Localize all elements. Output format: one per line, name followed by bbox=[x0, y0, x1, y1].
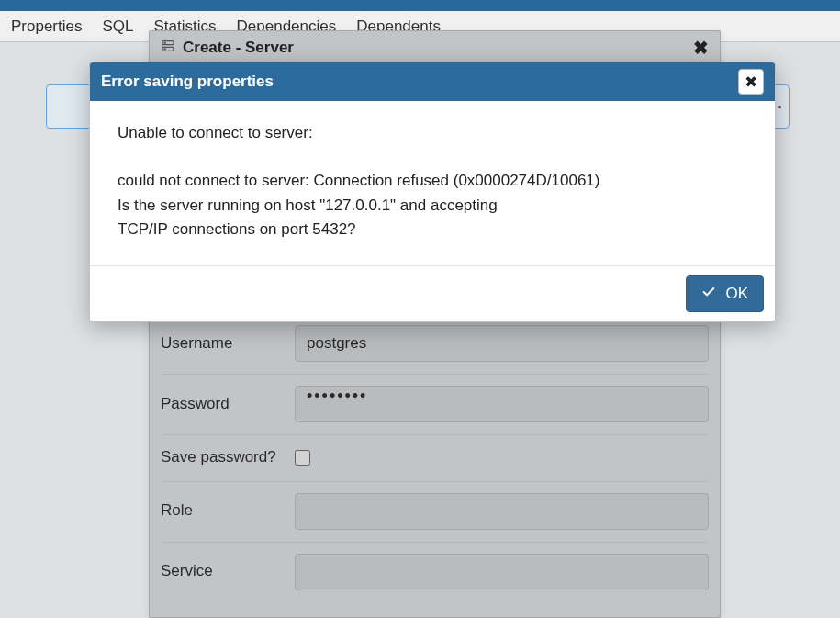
tab-sql[interactable]: SQL bbox=[102, 12, 133, 41]
error-lead: Unable to connect to server: bbox=[118, 121, 747, 145]
error-close-button[interactable]: ✖ bbox=[738, 69, 764, 95]
label-service: Service bbox=[161, 560, 284, 583]
row-password: Password •••••••• bbox=[161, 375, 709, 435]
create-server-titlebar: Create - Server ✖ bbox=[150, 31, 720, 65]
create-server-close-icon[interactable]: ✖ bbox=[693, 37, 709, 59]
error-line-2: Is the server running on host "127.0.0.1… bbox=[118, 194, 747, 218]
checkbox-save-password[interactable] bbox=[295, 450, 310, 466]
input-password[interactable]: •••••••• bbox=[295, 386, 709, 422]
label-username: Username bbox=[161, 332, 284, 355]
row-role: Role bbox=[161, 482, 709, 543]
svg-point-3 bbox=[164, 48, 165, 49]
check-icon bbox=[701, 285, 716, 304]
create-server-title: Create - Server bbox=[183, 39, 294, 57]
row-username: Username bbox=[161, 313, 709, 375]
error-line-3: TCP/IP connections on port 5432? bbox=[118, 218, 747, 242]
app-top-bar bbox=[0, 0, 840, 11]
row-service: Service bbox=[161, 543, 709, 602]
svg-point-2 bbox=[164, 42, 165, 43]
input-username[interactable] bbox=[295, 325, 709, 362]
input-role[interactable] bbox=[295, 493, 709, 530]
label-save-password: Save password? bbox=[161, 446, 284, 469]
server-icon bbox=[161, 39, 175, 58]
close-icon: ✖ bbox=[745, 73, 757, 92]
error-line-1: could not connect to server: Connection … bbox=[118, 169, 747, 193]
input-service[interactable] bbox=[295, 554, 709, 590]
error-footer: OK bbox=[90, 265, 775, 321]
error-body: Unable to connect to server: could not c… bbox=[90, 101, 775, 265]
ok-label: OK bbox=[725, 285, 748, 303]
label-password: Password bbox=[161, 393, 284, 416]
error-title: Error saving properties bbox=[101, 73, 274, 91]
label-role: Role bbox=[161, 500, 284, 522]
ok-button[interactable]: OK bbox=[686, 275, 764, 312]
error-titlebar: Error saving properties ✖ bbox=[90, 62, 775, 101]
error-dialog: Error saving properties ✖ Unable to conn… bbox=[89, 62, 776, 322]
row-save-password: Save password? bbox=[161, 435, 709, 482]
tab-properties[interactable]: Properties bbox=[11, 12, 82, 41]
